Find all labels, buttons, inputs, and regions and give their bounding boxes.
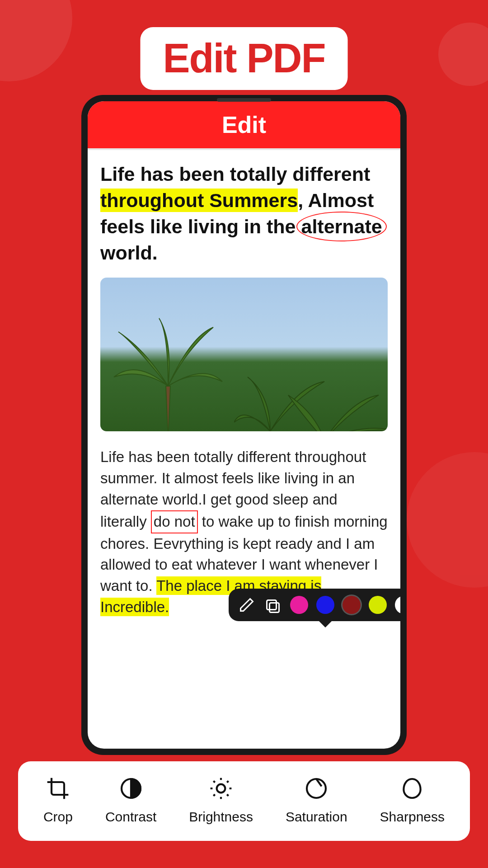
bg-decoration — [438, 23, 488, 86]
saturation-tool[interactable]: Saturation — [286, 774, 347, 825]
annotation-toolbar[interactable] — [229, 589, 400, 621]
hero-title: Edit PDF — [163, 35, 325, 82]
app-header: Edit — [88, 101, 400, 150]
highlight-annotation[interactable]: throughout Summers — [100, 189, 298, 212]
bg-decoration — [0, 0, 72, 81]
tool-label: Crop — [43, 809, 73, 825]
saturation-icon — [302, 774, 331, 803]
box-annotation[interactable]: do not — [151, 510, 198, 533]
circle-annotation[interactable]: alternate — [301, 213, 382, 240]
heading-text: world. — [100, 242, 158, 264]
phone-notch — [217, 98, 271, 102]
bg-decoration — [407, 452, 488, 588]
phone-screen: Edit Life has been totally different thr… — [88, 101, 400, 749]
palm-tree-graphic — [234, 341, 388, 431]
svg-rect-1 — [270, 603, 279, 613]
para-text: to wake up to finish — [198, 513, 334, 530]
tool-label: Sharpness — [380, 809, 445, 825]
sharpness-tool[interactable]: Sharpness — [380, 774, 445, 825]
crop-tool[interactable]: Crop — [43, 774, 73, 825]
phone-frame: Edit Life has been totally different thr… — [81, 95, 407, 755]
tool-label: Contrast — [105, 809, 156, 825]
hero-title-badge: Edit PDF — [141, 27, 348, 90]
document-image[interactable] — [100, 278, 388, 431]
palm-tree-graphic — [109, 314, 227, 431]
document-heading[interactable]: Life has been totally different througho… — [100, 161, 388, 266]
color-swatch-magenta[interactable] — [290, 596, 308, 614]
app-header-title: Edit — [222, 111, 266, 138]
pencil-icon[interactable] — [238, 596, 256, 614]
color-swatch-darkred[interactable] — [343, 596, 361, 614]
sharpness-icon — [398, 774, 427, 803]
brightness-icon — [206, 774, 235, 803]
crop-icon — [43, 774, 72, 803]
brightness-tool[interactable]: Brightness — [189, 774, 253, 825]
color-swatch-blue[interactable] — [316, 596, 334, 614]
contrast-icon — [117, 774, 145, 803]
tool-label: Brightness — [189, 809, 253, 825]
svg-point-4 — [307, 779, 326, 798]
circled-text: alternate — [301, 216, 382, 237]
rectangle-icon[interactable] — [264, 596, 282, 614]
document-body[interactable]: Life has been totally different througho… — [88, 150, 400, 749]
color-swatch-yellow[interactable] — [369, 596, 387, 614]
tool-label: Saturation — [286, 809, 347, 825]
contrast-tool[interactable]: Contrast — [105, 774, 156, 825]
svg-point-3 — [217, 784, 225, 793]
heading-text: Life has been totally different — [100, 163, 370, 185]
svg-rect-0 — [267, 600, 277, 610]
color-swatch-white[interactable] — [395, 596, 400, 614]
bottom-toolbar: Crop Contrast Brightness Saturation Shar… — [18, 761, 470, 841]
